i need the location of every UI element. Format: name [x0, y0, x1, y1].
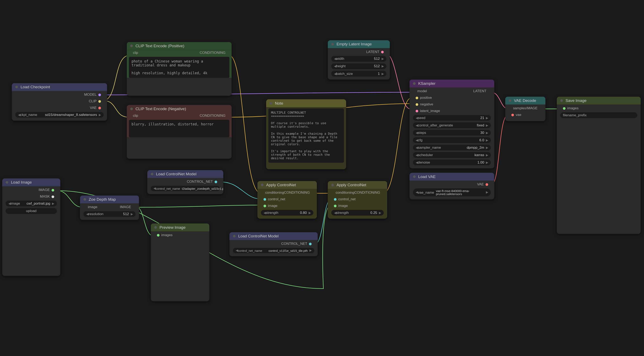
resolution-widget[interactable]: ◀resolution512▶ [84, 211, 136, 217]
control-after-generate-widget[interactable]: ◀control_after_generatefixed▶ [413, 123, 491, 128]
cfg-widget[interactable]: ◀cfg6.0▶ [413, 137, 491, 143]
port-negative-in[interactable]: negative [411, 102, 492, 107]
node-title[interactable]: Preview Image [151, 223, 209, 231]
port-clip-out[interactable]: CLIP [14, 98, 105, 104]
node-title[interactable]: Load ControlNet Model [230, 232, 318, 240]
collapse-dot-icon[interactable] [413, 175, 416, 178]
note-textarea[interactable]: MULTIPLE CONTROLNET ================== O… [268, 109, 344, 163]
scheduler-widget[interactable]: ◀schedulerkarras▶ [413, 152, 491, 158]
node-title[interactable]: KSampler [410, 80, 494, 88]
port-image-out[interactable]: IMAGE [4, 187, 58, 193]
node-title[interactable]: Zoe Depth Map [80, 196, 139, 203]
seed-widget[interactable]: ◀seed21▶ [413, 115, 491, 121]
port-clip-in[interactable]: clip [130, 51, 138, 55]
port-conditioning-out[interactable]: CONDITIONING [200, 114, 229, 118]
steps-widget[interactable]: ◀steps30▶ [413, 130, 491, 136]
node-vae-decode[interactable]: VAE Decode samplesIMAGE vae [505, 97, 546, 121]
control-net-name-widget[interactable]: ◀control_net_namet2iadapter_zoedepth_sd1… [151, 186, 220, 191]
port-image-in[interactable]: image [259, 203, 315, 209]
node-save-image[interactable]: Save Image images filename_prefix [557, 97, 641, 234]
node-zoe-depth[interactable]: Zoe Depth Map imageIMAGE ◀resolution512▶ [80, 196, 139, 220]
collapse-dot-icon[interactable] [560, 99, 563, 102]
port-samples-in[interactable]: samples [510, 106, 526, 110]
port-latent-out[interactable]: LATENT [330, 49, 388, 55]
node-apply-controlnet-1[interactable]: Apply ControlNet conditioningCONDITIONIN… [258, 181, 317, 219]
node-note[interactable]: Note MULTIPLE CONTROLNET ===============… [266, 99, 346, 169]
port-positive-in[interactable]: positive [411, 95, 492, 101]
port-latent-in[interactable]: latent_image [411, 108, 492, 114]
collapse-dot-icon[interactable] [151, 173, 153, 175]
port-control-net-out[interactable]: CONTROL_NET [149, 179, 222, 185]
prompt-textarea[interactable]: blurry, illustration, distorted, horror [129, 120, 230, 137]
node-title[interactable]: Apply ControlNet [328, 181, 387, 189]
batch-size-widget[interactable]: ◀batch_size1▶ [331, 71, 386, 77]
sampler-name-widget[interactable]: ◀sampler_namedpmpp_2m▶ [413, 145, 491, 151]
node-graph-canvas[interactable]: Load Checkpoint MODEL CLIP VAE ◀ckpt_nam… [0, 0, 644, 356]
height-widget[interactable]: ◀height512▶ [331, 63, 386, 69]
port-mask-out[interactable]: MASK [4, 194, 58, 199]
port-conditioning-in[interactable]: conditioning [262, 191, 284, 194]
upload-button[interactable]: upload [6, 208, 57, 214]
port-images-in[interactable]: images [558, 105, 639, 111]
arrow-right-icon[interactable]: ▶ [99, 113, 101, 117]
collapse-dot-icon[interactable] [331, 43, 334, 46]
node-title[interactable]: Load Image [2, 178, 60, 186]
node-empty-latent[interactable]: Empty Latent Image LATENT ◀width512▶ ◀he… [328, 40, 390, 80]
port-model-in[interactable]: model [414, 89, 427, 93]
collapse-dot-icon[interactable] [261, 184, 264, 186]
node-load-image[interactable]: Load Image IMAGE MASK ◀imagecwf_portrait… [2, 178, 60, 276]
collapse-dot-icon[interactable] [15, 86, 18, 89]
arrow-left-icon[interactable]: ◀ [18, 113, 20, 117]
node-preview-image[interactable]: Preview Image images [151, 223, 209, 301]
port-clip-in[interactable]: clip [130, 114, 138, 118]
node-title[interactable]: Apply ControlNet [258, 181, 317, 189]
port-image-out[interactable]: IMAGE [526, 106, 541, 110]
strength-widget[interactable]: ◀strength0.80▶ [261, 210, 313, 216]
collapse-dot-icon[interactable] [413, 82, 416, 85]
node-title[interactable]: Load VAE [410, 173, 494, 180]
node-load-controlnet-1[interactable]: Load ControlNet Model CONTROL_NET ◀contr… [147, 170, 223, 194]
node-apply-controlnet-2[interactable]: Apply ControlNet conditioningCONDITIONIN… [328, 181, 387, 219]
collapse-dot-icon[interactable] [130, 45, 133, 47]
port-vae-out[interactable]: VAE [411, 182, 492, 187]
node-title[interactable]: Empty Latent Image [328, 40, 390, 48]
vae-name-widget[interactable]: ◀vae_namevae-ft-mse-840000-ema-pruned.sa… [413, 189, 491, 196]
node-title[interactable]: CLIP Text Encode (Positive) [127, 42, 232, 50]
node-title[interactable]: Save Image [557, 97, 641, 105]
collapse-dot-icon[interactable] [509, 99, 512, 102]
port-control-net-in[interactable]: control_net [259, 196, 315, 202]
collapse-dot-icon[interactable] [130, 108, 133, 110]
prompt-textarea[interactable]: photo of a Chinese woman wearing a tradi… [129, 57, 230, 78]
collapse-dot-icon[interactable] [84, 198, 86, 201]
port-image-out[interactable]: IMAGE [120, 205, 134, 209]
node-title[interactable]: VAE Decode [505, 97, 546, 105]
node-title[interactable]: Note [266, 99, 346, 107]
image-select-widget[interactable]: ◀imagecwf_portrait.jpg▶ [6, 201, 57, 206]
port-conditioning-out[interactable]: CONDITIONING [354, 191, 384, 194]
port-vae-out[interactable]: VAE [14, 105, 105, 111]
node-title[interactable]: Load ControlNet Model [147, 170, 223, 178]
node-title[interactable]: Load Checkpoint [12, 83, 107, 91]
node-clip-negative[interactable]: CLIP Text Encode (Negative) clip CONDITI… [127, 105, 232, 159]
port-conditioning-in[interactable]: conditioning [332, 191, 354, 194]
node-load-controlnet-2[interactable]: Load ControlNet Model CONTROL_NET ◀contr… [230, 232, 318, 256]
filename-prefix-widget[interactable]: filename_prefix [560, 112, 637, 118]
control-net-name-widget[interactable]: ◀control_net_namecontrol_v11f1e_sd15_til… [233, 248, 314, 253]
node-load-checkpoint[interactable]: Load Checkpoint MODEL CLIP VAE ◀ckpt_nam… [12, 83, 107, 121]
port-image-in[interactable]: image [330, 203, 385, 209]
denoise-widget[interactable]: ◀denoise1.00▶ [413, 160, 491, 165]
collapse-dot-icon[interactable] [331, 184, 334, 186]
port-control-net-in[interactable]: control_net [330, 196, 385, 202]
port-control-net-out[interactable]: CONTROL_NET [231, 241, 316, 247]
strength-widget[interactable]: ◀strength0.25▶ [331, 210, 384, 216]
collapse-dot-icon[interactable] [154, 226, 157, 229]
collapse-dot-icon[interactable] [6, 181, 8, 184]
width-widget[interactable]: ◀width512▶ [331, 56, 386, 62]
port-conditioning-out[interactable]: CONDITIONING [284, 191, 313, 194]
collapse-dot-icon[interactable] [270, 102, 272, 105]
node-clip-positive[interactable]: CLIP Text Encode (Positive) clip CONDITI… [127, 42, 232, 96]
ckpt-name-widget[interactable]: ◀ckpt_namesd15/dreamshaper_8.safetensors… [15, 112, 104, 118]
port-latent-out[interactable]: LATENT [473, 89, 490, 93]
collapse-dot-icon[interactable] [233, 235, 236, 237]
port-images-in[interactable]: images [152, 232, 208, 238]
